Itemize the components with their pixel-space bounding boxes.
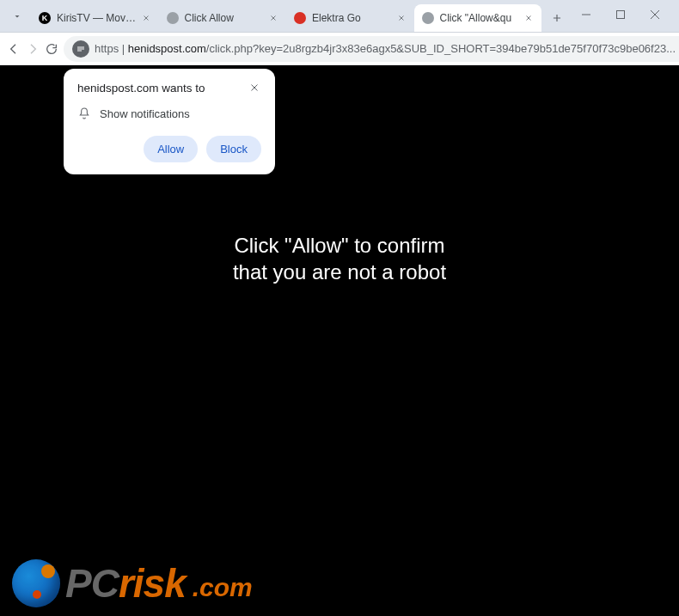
- dialog-close-button[interactable]: [248, 81, 261, 95]
- chevron-down-icon: [12, 11, 22, 21]
- page-instruction-text: Click "Allow" to confirm that you are no…: [0, 232, 679, 285]
- minimize-button[interactable]: [569, 3, 603, 27]
- svg-rect-0: [617, 11, 625, 19]
- favicon-globe: [421, 11, 435, 25]
- watermark-domain: .com: [193, 573, 253, 602]
- reload-icon: [45, 42, 58, 56]
- notification-permission-dialog: henidspost.com wants to Show notificatio…: [64, 69, 275, 174]
- tab-close-button[interactable]: [395, 12, 407, 24]
- tab-kiris[interactable]: K KirisTV — Movies and: [31, 4, 159, 32]
- window-controls: [569, 3, 672, 27]
- close-window-button[interactable]: [638, 3, 672, 27]
- watermark: PCrisk .com: [12, 559, 253, 607]
- titlebar: K KirisTV — Movies and Click Allow Elekt…: [0, 0, 679, 33]
- tab-elektra[interactable]: Elektra Go: [286, 4, 414, 32]
- plus-icon: [551, 12, 563, 24]
- tab-close-button[interactable]: [140, 12, 152, 24]
- tab-active[interactable]: Click "Allow&qu: [414, 4, 542, 32]
- tab-title: Click Allow: [185, 12, 265, 24]
- block-button[interactable]: Block: [206, 136, 261, 162]
- new-tab-button[interactable]: [545, 6, 569, 30]
- page-content: henidspost.com wants to Show notificatio…: [0, 65, 679, 616]
- notification-heading: henidspost.com wants to: [77, 82, 205, 95]
- arrow-right-icon: [26, 42, 40, 56]
- favicon-elektra: [293, 11, 307, 25]
- watermark-logo-icon: [12, 559, 60, 607]
- tab-close-button[interactable]: [267, 12, 279, 24]
- arrow-left-icon: [7, 42, 21, 56]
- toolbar: https | henidspost.com/click.php?key=2u8…: [0, 33, 679, 65]
- tab-title: KirisTV — Movies and: [57, 12, 137, 24]
- close-icon: [249, 82, 260, 93]
- maximize-button[interactable]: [603, 3, 638, 27]
- favicon-kiris: K: [38, 11, 52, 25]
- site-settings-icon[interactable]: [72, 40, 89, 58]
- notification-permission-text: Show notifications: [100, 107, 190, 120]
- bell-icon: [77, 107, 91, 120]
- allow-button[interactable]: Allow: [144, 136, 198, 162]
- tab-strip: K KirisTV — Movies and Click Allow Elekt…: [31, 0, 569, 32]
- tab-search-dropdown[interactable]: [7, 6, 28, 27]
- address-bar[interactable]: https | henidspost.com/click.php?key=2u8…: [64, 36, 679, 62]
- tab-close-button[interactable]: [523, 12, 535, 24]
- reload-button[interactable]: [45, 36, 58, 62]
- tab-title: Click "Allow&qu: [440, 12, 520, 24]
- forward-button[interactable]: [26, 36, 40, 62]
- back-button[interactable]: [7, 36, 21, 62]
- url-text: https | henidspost.com/click.php?key=2u8…: [95, 42, 676, 55]
- tab-click-allow[interactable]: Click Allow: [159, 4, 287, 32]
- favicon-globe: [166, 11, 180, 25]
- tab-title: Elektra Go: [312, 12, 392, 24]
- watermark-text: PCrisk: [65, 560, 186, 607]
